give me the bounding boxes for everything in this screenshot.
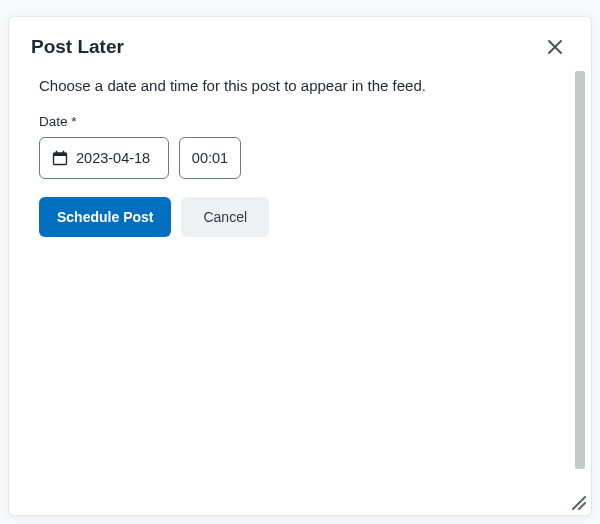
dialog-body: Choose a date and time for this post to … bbox=[9, 67, 573, 515]
vertical-scrollbar[interactable] bbox=[573, 71, 587, 511]
dialog-actions: Schedule Post Cancel bbox=[39, 197, 543, 237]
date-field-label: Date * bbox=[39, 114, 543, 129]
schedule-post-button[interactable]: Schedule Post bbox=[39, 197, 171, 237]
dialog-body-wrap: Choose a date and time for this post to … bbox=[9, 67, 591, 515]
scrollbar-thumb[interactable] bbox=[575, 71, 585, 469]
close-icon bbox=[548, 40, 562, 54]
resize-handle-icon[interactable] bbox=[569, 493, 587, 511]
dialog-header: Post Later bbox=[9, 17, 591, 67]
cancel-button[interactable]: Cancel bbox=[181, 197, 269, 237]
dialog-title: Post Later bbox=[31, 36, 124, 58]
date-time-row: 2023-04-18 00:01 bbox=[39, 137, 543, 179]
instruction-text: Choose a date and time for this post to … bbox=[39, 77, 543, 94]
calendar-icon bbox=[52, 150, 68, 166]
date-value: 2023-04-18 bbox=[76, 150, 150, 166]
time-value: 00:01 bbox=[192, 150, 228, 166]
close-button[interactable] bbox=[541, 33, 569, 61]
svg-rect-3 bbox=[54, 153, 67, 156]
post-later-dialog: Post Later Choose a date and time for th… bbox=[8, 16, 592, 516]
time-input[interactable]: 00:01 bbox=[179, 137, 241, 179]
svg-line-7 bbox=[579, 503, 585, 509]
date-input[interactable]: 2023-04-18 bbox=[39, 137, 169, 179]
svg-line-6 bbox=[573, 497, 585, 509]
